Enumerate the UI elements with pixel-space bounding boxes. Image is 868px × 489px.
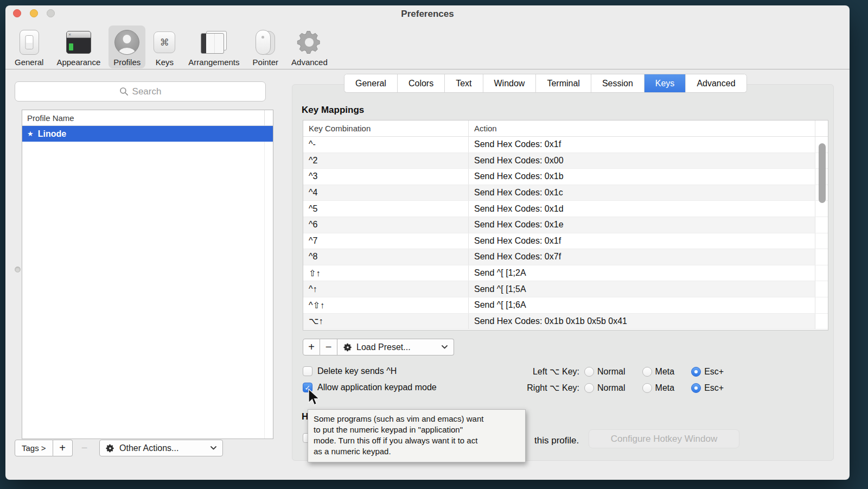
action-cell: Send Hex Codes: 0x00 xyxy=(474,156,564,166)
mapping-controls: + − Load Preset... xyxy=(303,339,454,355)
right-option-key-row: Right ⌥ Key: Normal Meta Esc+ xyxy=(519,383,741,393)
profile-name: Linode xyxy=(38,129,66,139)
left-option-key-row: Left ⌥ Key: Normal Meta Esc+ xyxy=(519,366,741,377)
checkbox-label: Delete key sends ^H xyxy=(317,366,397,376)
chevron-down-icon xyxy=(442,345,448,349)
radio-option-normal[interactable]: Normal xyxy=(584,383,626,393)
action-cell: Send ^[ [1;6A xyxy=(474,300,526,310)
tab-keys[interactable]: Keys xyxy=(644,74,686,92)
key-combination-cell: ^6 xyxy=(309,220,317,230)
key-combination-cell: ⇧↑ xyxy=(309,268,320,278)
allow-keypad-mode-row: Allow application keypad mode xyxy=(303,383,437,392)
action-cell: Send Hex Codes: 0x1f xyxy=(474,139,561,149)
toolbar-item-advanced[interactable]: Advanced xyxy=(286,26,333,68)
right-option-key-label: Right ⌥ Key: xyxy=(519,383,579,393)
default-profile-star-icon: ★ xyxy=(27,130,34,138)
plus-icon: + xyxy=(308,341,315,353)
key-combination-cell: ⌥↑ xyxy=(309,316,323,326)
key-combination-cell: ^3 xyxy=(309,172,317,181)
delete-key-sends-checkbox[interactable] xyxy=(303,366,312,376)
search-input[interactable]: Search xyxy=(15,81,266,101)
tab-label: Terminal xyxy=(547,79,579,88)
radio-icon[interactable] xyxy=(642,367,652,377)
add-profile-button[interactable]: + xyxy=(53,440,73,456)
table-header-row[interactable]: Key Combination Action xyxy=(303,120,828,137)
tab-session[interactable]: Session xyxy=(591,74,644,92)
minus-icon: − xyxy=(326,341,332,353)
radio-option-meta[interactable]: Meta xyxy=(642,367,675,377)
toolbar-label: Pointer xyxy=(253,58,279,67)
splitter-handle[interactable] xyxy=(15,266,21,272)
gear-icon xyxy=(106,444,114,453)
radio-icon-selected[interactable] xyxy=(691,383,701,393)
table-scrollbar-thumb[interactable] xyxy=(819,143,826,203)
command-key-icon xyxy=(154,29,175,56)
gear-icon xyxy=(343,343,352,352)
other-actions-dropdown[interactable]: Other Actions... xyxy=(99,440,223,456)
keypad-mode-tooltip: Some programs (such as vim and emacs) wa… xyxy=(308,409,526,462)
radio-icon[interactable] xyxy=(584,383,594,393)
table-row[interactable]: ^3 Send Hex Codes: 0x1b xyxy=(303,169,828,185)
remove-profile-button-disabled: − xyxy=(77,440,92,456)
key-combination-cell: ^↑ xyxy=(309,284,317,294)
hotkey-sentence-end: this profile. xyxy=(534,435,579,446)
radio-option-esc[interactable]: Esc+ xyxy=(691,367,724,377)
table-row[interactable]: ^- Send Hex Codes: 0x1f xyxy=(303,137,828,153)
toolbar-label: Advanced xyxy=(291,58,328,67)
tab-colors[interactable]: Colors xyxy=(398,74,445,92)
toolbar-label: Profiles xyxy=(113,58,141,67)
table-row[interactable]: ^4 Send Hex Codes: 0x1c xyxy=(303,185,828,201)
key-combination-cell: ^2 xyxy=(309,156,317,166)
radio-label: Esc+ xyxy=(704,383,724,393)
other-actions-label: Other Actions... xyxy=(119,443,206,453)
radio-option-meta[interactable]: Meta xyxy=(642,383,675,393)
tab-label: General xyxy=(355,79,386,88)
tab-text[interactable]: Text xyxy=(445,74,483,92)
tags-button[interactable]: Tags > xyxy=(15,440,53,456)
table-row[interactable]: ^7 Send Hex Codes: 0x1f xyxy=(303,233,828,250)
radio-option-normal[interactable]: Normal xyxy=(584,367,626,377)
table-row[interactable]: ^↑ Send ^[ [1;5A xyxy=(303,281,828,297)
tab-general[interactable]: General xyxy=(344,74,398,92)
toolbar-item-pointer[interactable]: Pointer xyxy=(248,26,284,68)
tab-terminal[interactable]: Terminal xyxy=(536,74,591,92)
profile-list-header[interactable]: Profile Name xyxy=(22,110,273,126)
key-combination-cell: ^- xyxy=(309,139,316,149)
action-cell: Send Hex Codes: 0x1d xyxy=(474,204,564,214)
remove-mapping-button[interactable]: − xyxy=(320,339,337,355)
mouse-cursor-icon xyxy=(307,389,320,407)
minus-icon: − xyxy=(81,442,88,454)
tab-window[interactable]: Window xyxy=(483,74,537,92)
header-column-divider xyxy=(264,110,265,125)
radio-icon[interactable] xyxy=(584,367,594,377)
radio-icon[interactable] xyxy=(642,383,652,393)
mouse-icon xyxy=(256,29,275,56)
radio-icon-selected[interactable] xyxy=(691,367,701,377)
table-row[interactable]: ⇧↑ Send ^[ [1;2A xyxy=(303,265,828,282)
tab-advanced[interactable]: Advanced xyxy=(686,74,746,92)
table-row[interactable]: ^8 Send Hex Codes: 0x7f xyxy=(303,249,828,265)
table-row[interactable]: ^5 Send Hex Codes: 0x1d xyxy=(303,201,828,217)
plus-icon: + xyxy=(59,442,66,454)
action-cell: Send Hex Codes: 0x1b xyxy=(474,172,564,181)
key-combination-cell: ^4 xyxy=(309,188,317,198)
preferences-toolbar: General Appearance Profiles Keys Arrange… xyxy=(10,21,333,68)
table-row[interactable]: ^2 Send Hex Codes: 0x00 xyxy=(303,153,828,169)
radio-option-esc[interactable]: Esc+ xyxy=(691,383,724,393)
toolbar-label: General xyxy=(15,58,43,67)
switch-icon xyxy=(20,29,39,56)
table-row[interactable]: ⌥↑ Send Hex Codes: 0x1b 0x1b 0x5b 0x41 xyxy=(303,314,828,330)
key-combination-cell: ^⇧↑ xyxy=(309,300,324,310)
toolbar-label: Arrangements xyxy=(188,58,239,67)
profile-row-linode[interactable]: ★ Linode xyxy=(22,126,273,142)
toolbar-item-keys[interactable]: Keys xyxy=(149,26,180,68)
table-row[interactable]: ^6 Send Hex Codes: 0x1e xyxy=(303,217,828,233)
toolbar-item-profiles[interactable]: Profiles xyxy=(108,26,145,68)
toolbar-item-appearance[interactable]: Appearance xyxy=(52,26,105,68)
table-row[interactable]: ^⇧↑ Send ^[ [1;6A xyxy=(303,297,828,314)
load-preset-dropdown[interactable]: Load Preset... xyxy=(337,339,454,355)
add-mapping-button[interactable]: + xyxy=(303,339,320,355)
toolbar-item-arrangements[interactable]: Arrangements xyxy=(183,26,244,68)
action-cell: Send ^[ [1;5A xyxy=(474,284,526,294)
toolbar-item-general[interactable]: General xyxy=(10,26,48,68)
